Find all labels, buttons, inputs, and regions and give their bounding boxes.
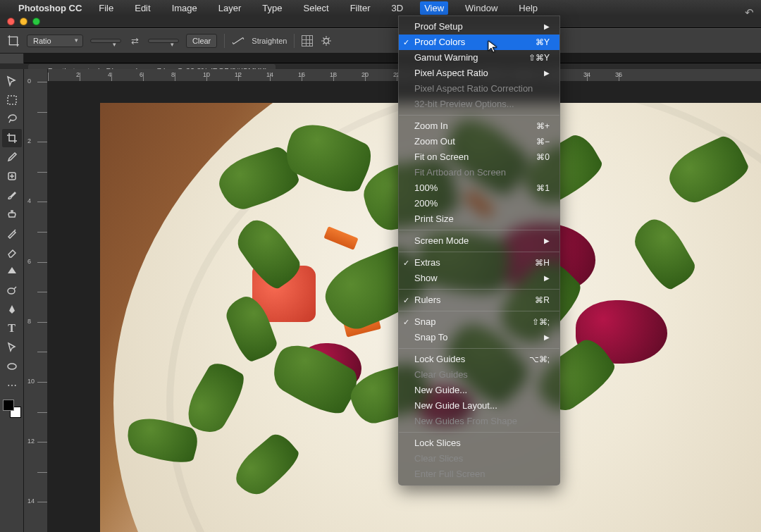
menu-separator bbox=[399, 115, 559, 116]
menu-item-snap-to[interactable]: Snap To▶ bbox=[399, 330, 559, 345]
move-tool[interactable] bbox=[2, 72, 22, 90]
mac-menubar: Photoshop CC FileEditImageLayerTypeSelec… bbox=[0, 0, 761, 16]
menu-select[interactable]: Select bbox=[299, 1, 333, 15]
menu-item-lock-guides[interactable]: Lock Guides⌥⌘; bbox=[399, 352, 559, 367]
window-chrome bbox=[0, 16, 761, 28]
separator bbox=[294, 34, 295, 48]
menu-item-new-guides-from-shape: New Guides From Shape bbox=[399, 414, 559, 429]
lasso-tool[interactable] bbox=[2, 110, 22, 128]
submenu-arrow-icon: ▶ bbox=[544, 20, 550, 33]
menu-item-label: Gamut Warning bbox=[414, 51, 478, 64]
brush-tool[interactable] bbox=[2, 186, 22, 204]
menu-edit[interactable]: Edit bbox=[130, 1, 154, 15]
pen-tool[interactable] bbox=[2, 300, 22, 318]
menu-item-label: Clear Slices bbox=[414, 452, 463, 465]
menu-item-gamut-warning[interactable]: Gamut Warning⇧⌘Y bbox=[399, 50, 559, 66]
ratio-height-field[interactable] bbox=[148, 39, 179, 43]
options-bar: Ratio ⇄ Clear Straighten ↶ bbox=[0, 28, 761, 54]
clone-stamp-tool[interactable] bbox=[2, 205, 22, 223]
menu-file[interactable]: File bbox=[94, 1, 118, 15]
menu-item-label: Zoom In bbox=[414, 120, 448, 132]
crop-options-gear-icon[interactable] bbox=[320, 35, 333, 47]
foreground-color-swatch[interactable] bbox=[3, 400, 14, 411]
undo-icon[interactable]: ↶ bbox=[745, 6, 754, 19]
menu-item-100[interactable]: 100%⌘1 bbox=[399, 180, 559, 196]
menu-item-label: Proof Setup bbox=[414, 20, 463, 33]
menu-item-new-guide[interactable]: New Guide... bbox=[399, 383, 559, 398]
eyedropper-tool[interactable] bbox=[2, 148, 22, 166]
ratio-dropdown[interactable]: Ratio bbox=[27, 35, 83, 47]
menu-item-label: Fit on Screen bbox=[414, 151, 469, 163]
dodge-tool[interactable] bbox=[2, 281, 22, 299]
menu-shortcut: ⌘1 bbox=[536, 182, 550, 194]
menu-help[interactable]: Help bbox=[514, 1, 542, 15]
menu-item-label: Clear Guides bbox=[414, 369, 468, 381]
menu-item-extras[interactable]: ✓Extras⌘H bbox=[399, 255, 559, 271]
crop-overlay-icon[interactable] bbox=[302, 35, 313, 47]
menu-item-new-guide-layout[interactable]: New Guide Layout... bbox=[399, 398, 559, 414]
healing-brush-tool[interactable] bbox=[2, 167, 22, 185]
eraser-tool[interactable] bbox=[2, 243, 22, 261]
menu-item-print-size[interactable]: Print Size bbox=[399, 211, 559, 227]
menu-item-pixel-aspect-ratio-correction: Pixel Aspect Ratio Correction bbox=[399, 81, 559, 97]
swap-dimensions-icon[interactable]: ⇄ bbox=[128, 35, 141, 47]
crop-tool[interactable] bbox=[2, 129, 22, 147]
close-window-button[interactable] bbox=[7, 18, 15, 25]
menu-item-snap[interactable]: ✓Snap⇧⌘; bbox=[399, 314, 559, 330]
menu-view[interactable]: View bbox=[420, 1, 448, 15]
menu-type[interactable]: Type bbox=[258, 1, 286, 15]
menu-filter[interactable]: Filter bbox=[346, 1, 375, 15]
menu-item-show[interactable]: Show▶ bbox=[399, 271, 559, 286]
menu-item-screen-mode[interactable]: Screen Mode▶ bbox=[399, 233, 559, 249]
menu-item-label: Rulers bbox=[414, 294, 441, 307]
menu-item-rulers[interactable]: ✓Rulers⌘R bbox=[399, 292, 559, 308]
checkmark-icon: ✓ bbox=[403, 294, 409, 307]
submenu-arrow-icon: ▶ bbox=[544, 235, 550, 247]
menu-item-zoom-out[interactable]: Zoom Out⌘− bbox=[399, 134, 559, 149]
menu-item-fit-on-screen[interactable]: Fit on Screen⌘0 bbox=[399, 149, 559, 165]
color-swatches[interactable] bbox=[3, 400, 21, 418]
menu-item-label: 32-bit Preview Options... bbox=[414, 98, 514, 111]
edit-toolbar[interactable]: ⋯ bbox=[2, 376, 22, 395]
menu-item-clear-slices: Clear Slices bbox=[399, 451, 559, 466]
menu-item-label: New Guide... bbox=[414, 384, 467, 397]
ratio-width-field[interactable] bbox=[90, 39, 121, 43]
menu-window[interactable]: Window bbox=[461, 1, 502, 15]
menu-separator bbox=[399, 230, 559, 230]
svg-point-4 bbox=[8, 364, 16, 369]
menu-item-label: Lock Slices bbox=[414, 437, 461, 450]
menu-item-label: Snap To bbox=[414, 331, 447, 344]
clear-button[interactable]: Clear bbox=[186, 34, 217, 48]
menu-item-label: Lock Guides bbox=[414, 353, 465, 366]
menu-image[interactable]: Image bbox=[168, 1, 202, 15]
straighten-icon[interactable] bbox=[232, 35, 245, 47]
type-tool[interactable]: T bbox=[2, 319, 22, 338]
menu-item-lock-slices[interactable]: Lock Slices bbox=[399, 435, 559, 451]
path-selection-tool[interactable] bbox=[2, 338, 22, 357]
menu-item-label: Show bbox=[414, 272, 438, 285]
menu-separator bbox=[399, 289, 559, 290]
toolbox-handle[interactable] bbox=[0, 54, 24, 63]
svg-rect-1 bbox=[8, 96, 16, 104]
menu-item-proof-setup[interactable]: Proof Setup▶ bbox=[399, 19, 559, 35]
work-area: T ⋯ 024681012141618202224262830323436 02… bbox=[0, 69, 761, 532]
straighten-label[interactable]: Straighten bbox=[252, 37, 287, 45]
menu-item-label: Pixel Aspect Ratio bbox=[414, 67, 488, 80]
menu-item-200[interactable]: 200% bbox=[399, 196, 559, 211]
gradient-tool[interactable] bbox=[2, 262, 22, 280]
history-brush-tool[interactable] bbox=[2, 224, 22, 242]
crop-tool-preset-icon[interactable] bbox=[7, 35, 20, 47]
menu-item-proof-colors[interactable]: ✓Proof Colors⌘Y bbox=[399, 35, 559, 50]
menu-item-zoom-in[interactable]: Zoom In⌘+ bbox=[399, 118, 559, 134]
minimize-window-button[interactable] bbox=[20, 18, 27, 25]
menu-layer[interactable]: Layer bbox=[214, 1, 246, 15]
menu-item-pixel-aspect-ratio[interactable]: Pixel Aspect Ratio▶ bbox=[399, 66, 559, 81]
zoom-window-button[interactable] bbox=[32, 18, 40, 25]
app-name[interactable]: Photoshop CC bbox=[18, 3, 82, 13]
marquee-tool[interactable] bbox=[2, 91, 22, 109]
ellipse-tool[interactable] bbox=[2, 357, 22, 376]
menu-shortcut: ⇧⌘Y bbox=[528, 51, 550, 64]
vertical-ruler[interactable]: 02468101214 bbox=[24, 69, 48, 532]
menu-3d[interactable]: 3D bbox=[388, 1, 408, 15]
menu-item-clear-guides: Clear Guides bbox=[399, 367, 559, 383]
